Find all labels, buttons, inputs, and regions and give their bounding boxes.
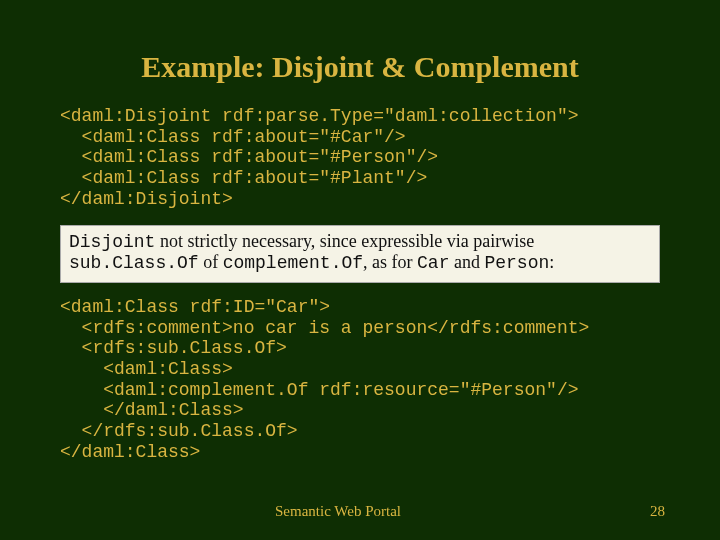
page-number: 28	[650, 503, 665, 520]
footer-text: Semantic Web Portal	[275, 503, 401, 520]
note-text: Disjoint	[69, 232, 155, 252]
code-block-disjoint: <daml:Disjoint rdf:parse.Type="daml:coll…	[60, 106, 660, 209]
code-block-class: <daml:Class rdf:ID="Car"> <rdfs:comment>…	[60, 297, 660, 463]
note-text: of	[199, 252, 223, 272]
note-box: Disjoint not strictly necessary, since e…	[60, 225, 660, 283]
note-text: :	[549, 252, 554, 272]
note-text: not strictly necessary, since expressibl…	[155, 231, 534, 251]
note-text: Person	[484, 253, 549, 273]
note-text: , as for	[363, 252, 417, 272]
note-text: and	[449, 252, 484, 272]
slide: Example: Disjoint & Complement <daml:Dis…	[0, 0, 720, 540]
note-text: Car	[417, 253, 449, 273]
slide-title: Example: Disjoint & Complement	[60, 50, 660, 84]
note-text: sub.Class.Of	[69, 253, 199, 273]
note-text: complement.Of	[223, 253, 363, 273]
